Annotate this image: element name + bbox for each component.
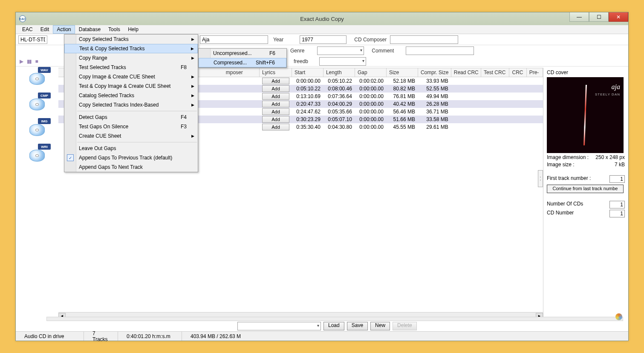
- continue-button[interactable]: Continue from last track numbe: [547, 185, 624, 193]
- cdnum-input[interactable]: [609, 210, 625, 217]
- col-start[interactable]: Start: [292, 68, 323, 77]
- submenu-arrow-icon: ▶: [191, 75, 194, 79]
- menu-item[interactable]: Copy Selected Tracks▶: [64, 35, 198, 44]
- firsttrack-input[interactable]: [609, 175, 625, 183]
- col-length[interactable]: Length: [323, 68, 355, 77]
- menu-item[interactable]: Detect GapsF4: [64, 113, 198, 122]
- menu-item[interactable]: Test Selected TracksF8: [64, 63, 198, 72]
- titlebar: EAC Exact Audio Copy — ☐ ✕: [16, 12, 628, 25]
- composer-label: CD Composer: [354, 37, 387, 43]
- submenu-arrow-icon: ▶: [191, 103, 194, 107]
- imgdim-value: 250 x 248 px: [595, 154, 625, 160]
- maximize-button[interactable]: ☐: [589, 12, 609, 22]
- menu-item[interactable]: Copy Selected Tracks Index-Based▶: [64, 100, 198, 110]
- save-button[interactable]: Save: [347, 322, 368, 330]
- app-window: EAC Exact Audio Copy — ☐ ✕ EACEditAction…: [15, 12, 629, 341]
- col-lyrics[interactable]: Lyrics: [260, 68, 292, 77]
- bottom-ribbon: Load Save New Delete: [16, 321, 628, 331]
- col-gap[interactable]: Gap: [355, 68, 387, 77]
- col-composer[interactable]: mposer: [223, 68, 260, 77]
- profile-combo[interactable]: [237, 322, 321, 330]
- freedb-combo[interactable]: [319, 57, 366, 66]
- menu-item[interactable]: Test & Copy Image & Create CUE Sheet▶: [64, 81, 198, 91]
- status-time: 0:40:01.20 h:m:s.m: [118, 332, 182, 341]
- menu-eac[interactable]: EAC: [18, 25, 37, 34]
- menu-item[interactable]: Test Gaps On SilenceF3: [64, 122, 198, 131]
- menu-database[interactable]: Database: [75, 25, 104, 34]
- menu-item[interactable]: Test & Copy Selected Tracks▶: [64, 44, 198, 53]
- cd-title-input[interactable]: [200, 35, 268, 44]
- disc-icon: [615, 313, 622, 320]
- col-csize[interactable]: Compr. Size: [418, 68, 451, 77]
- panel-expander[interactable]: ›‹: [538, 170, 543, 187]
- menu-item[interactable]: Copy Range▶: [64, 53, 198, 63]
- sidebar-cmp-button[interactable]: CMP: [26, 95, 48, 114]
- numcds-input[interactable]: [609, 201, 625, 208]
- progress-track: [46, 317, 623, 321]
- menu-action[interactable]: Action: [53, 25, 75, 34]
- app-icon: EAC: [19, 15, 26, 22]
- submenu-arrow-icon: ▶: [191, 56, 194, 60]
- status-drive: Audio CD in drive: [16, 332, 84, 341]
- comment-input[interactable]: [406, 46, 474, 55]
- add-lyrics-button[interactable]: Add: [262, 85, 289, 92]
- submenu-item[interactable]: Compressed...Shift+F6: [199, 58, 286, 67]
- cover-art-streak: [583, 85, 587, 145]
- menu-item[interactable]: Create CUE Sheet▶: [64, 131, 198, 141]
- menu-item[interactable]: Leave Out Gaps: [64, 144, 198, 153]
- cdnum-label: CD Number: [547, 210, 574, 217]
- sidebar-img-button[interactable]: IMG: [26, 121, 48, 139]
- add-lyrics-button[interactable]: Add: [262, 116, 289, 123]
- freedb-label: freedb: [294, 58, 308, 64]
- submenu-item[interactable]: Uncompressed...F6: [199, 49, 286, 58]
- year-input[interactable]: [300, 35, 347, 44]
- cover-album-text: aja: [612, 83, 620, 91]
- sidebar-wri-button[interactable]: WRI: [26, 146, 48, 165]
- submenu-arrow-icon: ▶: [191, 37, 194, 41]
- right-panel: ›‹ CD cover aja STEELY DAN Image dimensi…: [543, 68, 628, 319]
- statusbar: Audio CD in drive 7 Tracks 0:40:01.20 h:…: [16, 331, 628, 341]
- check-icon: ✓: [67, 154, 74, 161]
- add-lyrics-button[interactable]: Add: [262, 108, 289, 115]
- add-lyrics-button[interactable]: Add: [262, 93, 289, 100]
- stop-icon[interactable]: ■: [34, 58, 40, 64]
- imgdim-label: Image dimension :: [547, 154, 589, 160]
- composer-input[interactable]: [390, 35, 458, 44]
- status-tracks: 7 Tracks: [84, 332, 118, 341]
- left-sidebar: WAVCMPIMGWRI: [16, 68, 58, 319]
- submenu-arrow-icon: ▶: [191, 134, 194, 138]
- new-button[interactable]: New: [370, 322, 390, 330]
- comment-label: Comment: [372, 48, 394, 54]
- add-lyrics-button[interactable]: Add: [262, 101, 289, 107]
- col-crc[interactable]: CRC: [509, 68, 526, 77]
- col-testcrc[interactable]: Test CRC: [481, 68, 510, 77]
- window-title: Exact Audio Copy: [300, 16, 344, 22]
- pause-icon[interactable]: ▮▮: [26, 58, 32, 64]
- cd-cover[interactable]: aja STEELY DAN: [547, 77, 624, 153]
- menu-tools[interactable]: Tools: [104, 25, 124, 34]
- close-button[interactable]: ✕: [609, 12, 628, 22]
- menu-item[interactable]: ✓Append Gaps To Previous Track (default): [64, 153, 198, 162]
- col-pre[interactable]: Pre-: [527, 68, 543, 77]
- genre-label: Genre: [290, 48, 304, 54]
- add-lyrics-button[interactable]: Add: [262, 78, 289, 84]
- menu-item[interactable]: Catalog Selected Tracks▶: [64, 91, 198, 100]
- minimize-button[interactable]: —: [569, 12, 589, 22]
- col-size[interactable]: Size: [387, 68, 418, 77]
- imgsize-label: Image size :: [547, 162, 575, 168]
- imgsize-value: 7 kB: [615, 162, 625, 168]
- menu-help[interactable]: Help: [124, 25, 142, 34]
- play-icon[interactable]: ▶: [18, 58, 24, 64]
- delete-button[interactable]: Delete: [393, 322, 417, 330]
- menu-item[interactable]: Append Gaps To Next Track: [64, 162, 198, 172]
- menu-item[interactable]: Copy Image & Create CUE Sheet▶: [64, 72, 198, 81]
- cover-artist-text: STEELY DAN: [595, 93, 620, 96]
- menu-edit[interactable]: Edit: [37, 25, 53, 34]
- device-select[interactable]: [18, 35, 47, 44]
- col-readcrc[interactable]: Read CRC: [451, 68, 481, 77]
- load-button[interactable]: Load: [323, 322, 344, 330]
- add-lyrics-button[interactable]: Add: [262, 124, 289, 130]
- genre-combo[interactable]: [317, 46, 364, 55]
- sidebar-wav-button[interactable]: WAV: [26, 69, 48, 88]
- menu-separator: [77, 111, 197, 111]
